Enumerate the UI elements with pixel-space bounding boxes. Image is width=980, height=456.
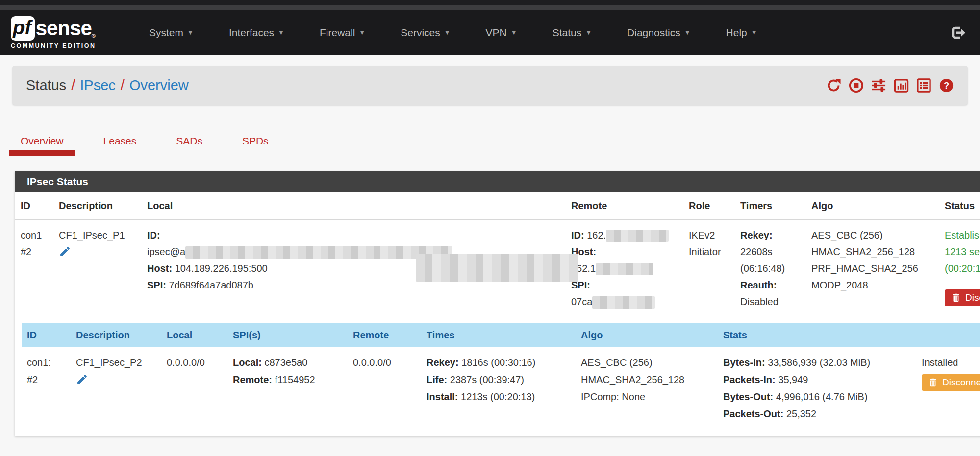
breadcrumb: Status/IPsec/Overview [26, 77, 189, 94]
breadcrumb-link-overview[interactable]: Overview [129, 77, 189, 93]
child-algo-hash: HMAC_SHA2_256_128 [581, 371, 713, 388]
ike-row-role: IKEv2 Initiator [684, 220, 735, 317]
edit-pencil-icon[interactable] [59, 245, 71, 258]
pfsense-logo[interactable]: pf sense ® COMMUNITY EDITION [11, 16, 114, 49]
logo-registered-mark: ® [92, 33, 96, 39]
breadcrumb-bar: Status/IPsec/Overview ? [12, 66, 968, 105]
col-header-description: Description [54, 192, 142, 220]
time-rekey-label: Rekey: [427, 357, 459, 368]
help-icon[interactable]: ? [939, 78, 954, 93]
status-duration: 1213 seconds [945, 243, 980, 260]
child-row-id: con1: #2 [22, 347, 71, 430]
tab-sads[interactable]: SADs [170, 135, 208, 156]
nav-label: VPN [486, 27, 507, 39]
rekey-label: Rekey: [740, 230, 773, 240]
col-header-algo: Algo [806, 192, 934, 220]
nav-item-services[interactable]: Services▼ [383, 27, 468, 39]
redacted-area [592, 296, 655, 309]
top-strip [0, 0, 980, 5]
ike-id-name: con1 [21, 227, 49, 243]
nav-item-firewall[interactable]: Firewall▼ [302, 27, 383, 39]
sliders-icon[interactable] [871, 78, 886, 93]
child-row-description: CF1_IPsec_P2 [71, 347, 162, 430]
ike-row-status: Established 1213 seconds (00:20:13) Disc… [934, 220, 980, 317]
nav-item-diagnostics[interactable]: Diagnostics▼ [609, 27, 708, 39]
status-established: Established [945, 227, 980, 243]
local-host-label: Host: [147, 263, 172, 274]
nav-item-interfaces[interactable]: Interfaces▼ [211, 27, 302, 39]
nav-label: Diagnostics [627, 27, 680, 39]
chevron-down-icon: ▼ [444, 29, 451, 36]
child-id-number: #2 [27, 371, 66, 388]
rekey-time: (06:16:48) [740, 260, 802, 277]
nav-label: Interfaces [229, 27, 274, 39]
spi-local-value: c873e5a0 [264, 357, 307, 368]
child-disconnect-button[interactable]: Disconnect [922, 374, 980, 391]
local-spi-value: 7d689f64a7ad087b [169, 280, 253, 290]
bytes-out-label: Bytes-Out: [723, 391, 773, 402]
trash-icon [928, 377, 938, 388]
nav-label: Help [726, 27, 747, 39]
chevron-down-icon: ▼ [278, 29, 284, 36]
local-spi-label: SPI: [147, 280, 166, 290]
col-header-local: Local [142, 192, 566, 220]
tab-leases[interactable]: Leases [98, 135, 143, 156]
nav-label: Firewall [320, 27, 355, 39]
breadcrumb-separator: / [66, 77, 80, 93]
local-id-label: ID: [147, 230, 160, 240]
disconnect-button[interactable]: Disconnect [945, 289, 980, 306]
main-navbar: pf sense ® COMMUNITY EDITION System▼ Int… [0, 10, 980, 55]
nav-item-help[interactable]: Help▼ [708, 27, 775, 39]
chevron-down-icon: ▼ [585, 29, 592, 36]
child-algo-encryption: AES_CBC (256) [581, 354, 713, 371]
panel-title: IPsec Status [15, 171, 980, 192]
tab-overview[interactable]: Overview [15, 135, 70, 156]
sign-out-icon[interactable] [950, 24, 966, 41]
status-time: (00:20:13) [945, 260, 980, 277]
child-col-header-local: Local [162, 323, 228, 347]
logo-sense: sense [36, 17, 92, 40]
chevron-down-icon: ▼ [187, 29, 194, 36]
stop-icon[interactable] [849, 78, 864, 93]
child-disconnect-button-label: Disconnect [942, 377, 980, 388]
refresh-icon[interactable] [826, 78, 841, 93]
local-host-value: 104.189.226.195:500 [175, 263, 268, 274]
child-col-header-remote: Remote [348, 323, 422, 347]
chevron-down-icon: ▼ [511, 29, 517, 36]
child-col-header-spis: SPI(s) [228, 323, 348, 347]
edit-pencil-icon[interactable] [76, 373, 88, 385]
nav-item-status[interactable]: Status▼ [535, 27, 609, 39]
child-col-header-description: Description [71, 323, 162, 347]
child-row-algo: AES_CBC (256) HMAC_SHA2_256_128 IPComp: … [576, 347, 718, 430]
time-life-value: 2387s (00:39:47) [450, 374, 524, 385]
time-rekey-value: 1816s (00:30:16) [461, 357, 535, 368]
ike-row-remote: ID: 162. Host: 162.1 SPI: 07ca [566, 220, 684, 317]
child-row-local: 0.0.0.0/0 [162, 347, 228, 430]
chevron-down-icon: ▼ [684, 29, 691, 36]
breadcrumb-link-ipsec[interactable]: IPsec [80, 77, 116, 93]
algo-encryption: AES_CBC (256) [811, 227, 929, 243]
remote-id-label: ID: [571, 230, 584, 240]
ike-row-id: con1 #2 [15, 220, 54, 317]
child-col-header-id: ID [22, 323, 71, 347]
bar-chart-icon[interactable] [894, 78, 909, 93]
time-install-value: 1213s (00:20:13) [461, 391, 535, 402]
algo-hash: HMAC_SHA2_256_128 [811, 243, 929, 260]
col-header-id: ID [15, 192, 54, 220]
nav-item-vpn[interactable]: VPN▼ [468, 27, 535, 39]
ipsec-status-panel: IPsec Status ID Description Local Remote… [15, 171, 980, 436]
child-row-times: Rekey: 1816s (00:30:16) Life: 2387s (00:… [422, 347, 576, 430]
nav-item-system[interactable]: System▼ [131, 27, 211, 39]
tab-spds[interactable]: SPDs [236, 135, 275, 156]
child-sa-section: ID Description Local SPI(s) Remote Times… [15, 317, 980, 436]
spi-remote-value: f1154952 [275, 374, 315, 385]
rekey-value: 22608s [740, 243, 802, 260]
remote-id-value: 162. [587, 230, 606, 240]
list-icon[interactable] [916, 78, 931, 93]
chevron-down-icon: ▼ [359, 29, 365, 36]
redacted-area [596, 263, 653, 275]
redacted-area [606, 230, 669, 242]
ike-row-description: CF1_IPsec_P1 [54, 220, 142, 317]
top-strip-2 [0, 5, 980, 10]
child-col-header-times: Times [422, 323, 576, 347]
